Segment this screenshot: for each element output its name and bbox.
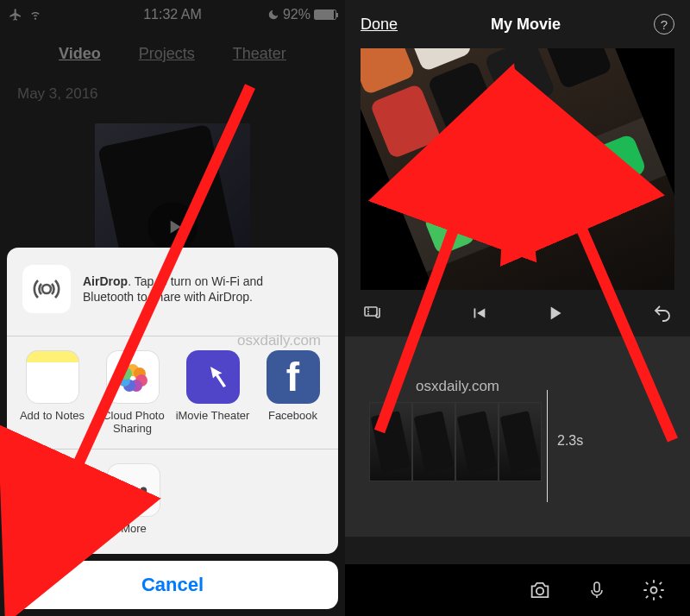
app-row: Add to Notes iCloud Photo Sharing [7,336,338,449]
svg-point-7 [120,368,132,380]
cancel-button[interactable]: Cancel [7,561,338,609]
left-screenshot: 11:32 AM 92% Video Projects Theater May … [0,0,345,616]
rotate-icon[interactable] [453,88,582,221]
duration-label: 2.3s [557,433,583,449]
timeline[interactable]: osxdaily.com 2.3s [345,336,690,537]
svg-point-0 [42,285,51,293]
movie-title: My Movie [491,16,561,34]
action-row: Create Movie ••• More [7,449,338,554]
gear-icon[interactable] [642,578,666,602]
airdrop-text: AirDrop. Tap to turn on Wi-Fi and Blueto… [83,273,307,305]
app-notes[interactable]: Add to Notes [12,350,92,435]
app-imovie-theater[interactable]: iMovie Theater [172,350,253,435]
more-icon: ••• [107,463,160,517]
svg-point-22 [651,588,657,594]
preview-area[interactable] [361,48,674,290]
play-icon[interactable] [543,302,566,324]
svg-rect-19 [365,307,377,316]
playback-controls [345,290,690,336]
imovie-icon [186,350,240,404]
app-facebook[interactable]: f Facebook [253,350,333,435]
mic-icon[interactable] [586,578,607,602]
photos-icon [106,350,160,404]
imovie-header: Done My Movie ? [345,0,690,48]
airdrop-row[interactable]: AirDrop. Tap to turn on Wi-Fi and Blueto… [7,248,338,336]
facebook-icon: f [267,350,320,404]
camera-icon[interactable] [528,578,552,602]
filmstrip-icon [26,463,79,517]
done-button[interactable]: Done [361,16,398,34]
svg-rect-8 [34,478,71,502]
svg-rect-21 [594,582,599,592]
bottom-toolbar [345,564,690,616]
action-more[interactable]: ••• More [93,463,174,535]
notes-icon [26,350,79,404]
svg-point-20 [536,588,543,594]
help-icon[interactable]: ? [654,14,674,35]
clip-row[interactable] [369,402,542,481]
undo-icon[interactable] [652,303,673,324]
action-create-movie[interactable]: Create Movie [12,463,93,535]
right-screenshot: Done My Movie ? [345,0,690,616]
action-sheet: osxdaily.com AirDrop. Tap to turn on Wi-… [7,248,338,609]
airdrop-icon [22,265,71,313]
watermark: osxdaily.com [416,378,499,395]
skip-back-icon[interactable] [469,304,488,323]
playhead[interactable] [547,390,548,502]
music-note-icon[interactable] [362,303,383,324]
app-icloud-photo[interactable]: iCloud Photo Sharing [92,350,172,435]
